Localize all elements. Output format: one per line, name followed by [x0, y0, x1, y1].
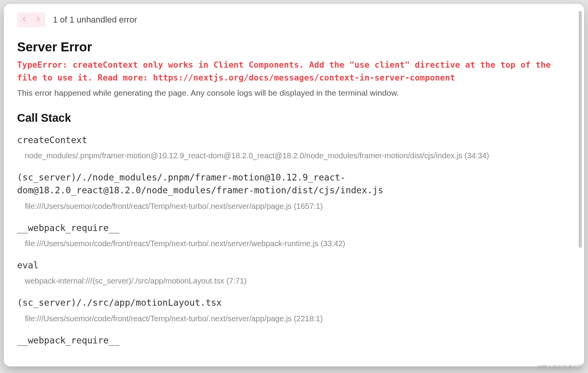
error-dialog: 1 of 1 unhandled error Server Error Type…: [4, 4, 584, 366]
stack-frame-name: (sc_server)/./node_modules/.pnpm/framer-…: [17, 171, 571, 197]
stack-frame-name: (sc_server)/./src/app/motionLayout.tsx: [17, 296, 571, 309]
stack-frame: __webpack_require__: [17, 334, 571, 347]
stack-frame-name: eval: [17, 259, 571, 272]
stack-frame-name: __webpack_require__: [17, 334, 571, 347]
stack-frame: (sc_server)/./src/app/motionLayout.tsxfi…: [17, 296, 571, 323]
next-error-button[interactable]: [31, 12, 45, 27]
error-title: Server Error: [17, 40, 571, 54]
stack-frame-location: node_modules/.pnpm/framer-motion@10.12.9…: [17, 151, 571, 160]
stack-frame: __webpack_require__file:///Users/suemor/…: [17, 222, 571, 248]
stack-frame-location: webpack-internal:///(sc_server)/./src/ap…: [17, 277, 571, 285]
call-stack-title: Call Stack: [17, 112, 571, 124]
stack-frame: (sc_server)/./node_modules/.pnpm/framer-…: [17, 171, 571, 211]
stack-frame-location: file:///Users/suemor/code/front/react/Te…: [17, 202, 571, 211]
error-message: TypeError: createContext only works in C…: [17, 58, 571, 84]
scrollbar-thumb[interactable]: [579, 11, 582, 248]
error-nav-buttons: [17, 12, 45, 27]
call-stack-list: createContextnode_modules/.pnpm/framer-m…: [17, 134, 571, 347]
stack-frame-location: file:///Users/suemor/code/front/react/Te…: [17, 239, 571, 248]
arrow-left-icon: [20, 15, 28, 25]
error-count: 1 of 1 unhandled error: [53, 15, 137, 25]
watermark: @稀土掘金技术社区: [537, 364, 583, 371]
error-note: This error happened while generating the…: [17, 88, 571, 98]
prev-error-button[interactable]: [17, 12, 31, 27]
stack-frame-location: file:///Users/suemor/code/front/react/Te…: [17, 314, 571, 323]
arrow-right-icon: [34, 15, 42, 25]
stack-frame-name: __webpack_require__: [17, 222, 571, 235]
error-dialog-scroll[interactable]: 1 of 1 unhandled error Server Error Type…: [4, 4, 584, 366]
stack-frame-name: createContext: [17, 134, 571, 147]
stack-frame: evalwebpack-internal:///(sc_server)/./sr…: [17, 259, 571, 285]
scrollbar[interactable]: [579, 11, 582, 359]
error-nav: 1 of 1 unhandled error: [17, 12, 571, 27]
stack-frame: createContextnode_modules/.pnpm/framer-m…: [17, 134, 571, 160]
